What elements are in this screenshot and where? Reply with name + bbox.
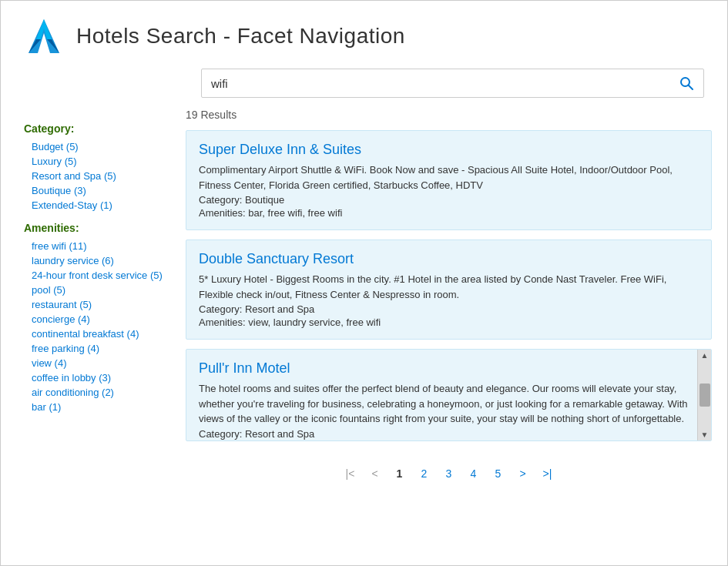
sidebar-amenity-pool[interactable]: pool (5): [24, 283, 163, 297]
result-title-1[interactable]: Super Deluxe Inn & Suites: [199, 142, 699, 158]
results-area: 19 Results Super Deluxe Inn & Suites Com…: [178, 105, 727, 565]
pagination-last[interactable]: >|: [537, 463, 559, 484]
sidebar-amenity-bar[interactable]: bar (1): [24, 400, 163, 414]
pagination-page-1[interactable]: 1: [389, 463, 411, 484]
pagination-first[interactable]: |<: [340, 463, 361, 484]
page-title: Hotels Search - Facet Navigation: [76, 24, 405, 49]
result-category-2: Category: Resort and Spa: [199, 303, 699, 315]
sidebar-amenity-concierge[interactable]: concierge (4): [24, 312, 163, 327]
search-bar-wrapper: [1, 64, 727, 105]
logo-icon: [24, 16, 64, 56]
pagination-page-3[interactable]: 3: [438, 463, 460, 484]
pagination-prev[interactable]: <: [364, 463, 386, 484]
pagination-page-2[interactable]: 2: [414, 463, 435, 484]
pagination-page-4[interactable]: 4: [463, 463, 485, 484]
result-title-2[interactable]: Double Sanctuary Resort: [199, 251, 699, 267]
pagination: |< < 1 2 3 4 5 > >|: [186, 450, 712, 492]
sidebar-amenity-coffee-lobby[interactable]: coffee in lobby (3): [24, 370, 163, 385]
scroll-thumb[interactable]: [699, 383, 710, 407]
result-card-2: Double Sanctuary Resort 5* Luxury Hotel …: [186, 239, 712, 340]
sidebar-amenity-restaurant[interactable]: restaurant (5): [24, 297, 163, 312]
result-amenities-2: Amenities: view, laundry service, free w…: [199, 316, 699, 328]
result-category-1: Category: Boutique: [199, 194, 699, 206]
sidebar-category-boutique[interactable]: Boutique (3): [24, 183, 163, 198]
sidebar-category-budget[interactable]: Budget (5): [24, 139, 163, 154]
sidebar-amenity-view[interactable]: view (4): [24, 356, 163, 370]
result-category-3: Category: Resort and Spa: [199, 428, 699, 440]
sidebar-amenity-air-conditioning[interactable]: air conditioning (2): [24, 385, 163, 400]
sidebar-category-extended-stay[interactable]: Extended-Stay (1): [24, 198, 163, 213]
result-card-3: Pull'r Inn Motel The hotel rooms and sui…: [186, 349, 712, 441]
sidebar-amenity-front-desk[interactable]: 24-hour front desk service (5): [24, 268, 163, 283]
result-card-1: Super Deluxe Inn & Suites Complimentary …: [186, 130, 712, 230]
search-bar: [201, 69, 704, 98]
page-wrapper: Hotels Search - Facet Navigation Categor…: [0, 0, 728, 566]
scroll-down-arrow[interactable]: ▼: [701, 430, 709, 439]
sidebar-amenity-continental-breakfast[interactable]: continental breakfast (4): [24, 327, 163, 341]
sidebar-amenity-laundry[interactable]: laundry service (6): [24, 253, 163, 268]
pagination-page-5[interactable]: 5: [488, 463, 509, 484]
result-title-3[interactable]: Pull'r Inn Motel: [199, 360, 699, 377]
svg-line-5: [689, 85, 693, 90]
results-count: 19 Results: [186, 109, 712, 121]
search-input[interactable]: [202, 71, 669, 96]
result-desc-1: Complimentary Airport Shuttle & WiFi. Bo…: [199, 162, 699, 193]
sidebar-amenity-free-parking[interactable]: free parking (4): [24, 341, 163, 356]
sidebar-amenity-free-wifi[interactable]: free wifi (11): [24, 239, 163, 253]
category-section-title: Category:: [24, 122, 163, 135]
scroll-up-arrow[interactable]: ▲: [701, 351, 709, 360]
result-desc-2: 5* Luxury Hotel - Biggest Rooms in the c…: [199, 272, 699, 302]
sidebar-category-resort[interactable]: Resort and Spa (5): [24, 169, 163, 183]
main-content: Category: Budget (5) Luxury (5) Resort a…: [1, 105, 727, 565]
result-amenities-1: Amenities: bar, free wifi, free wifi: [199, 207, 699, 219]
scroll-indicator[interactable]: ▲ ▼: [697, 350, 711, 440]
header: Hotels Search - Facet Navigation: [1, 1, 727, 64]
amenities-section-title: Amenities:: [24, 222, 163, 234]
sidebar: Category: Budget (5) Luxury (5) Resort a…: [1, 105, 178, 565]
search-icon: [679, 75, 694, 91]
search-button[interactable]: [669, 69, 703, 97]
sidebar-category-luxury[interactable]: Luxury (5): [24, 154, 163, 169]
pagination-next[interactable]: >: [512, 463, 534, 484]
result-desc-3: The hotel rooms and suites offer the per…: [199, 381, 699, 427]
